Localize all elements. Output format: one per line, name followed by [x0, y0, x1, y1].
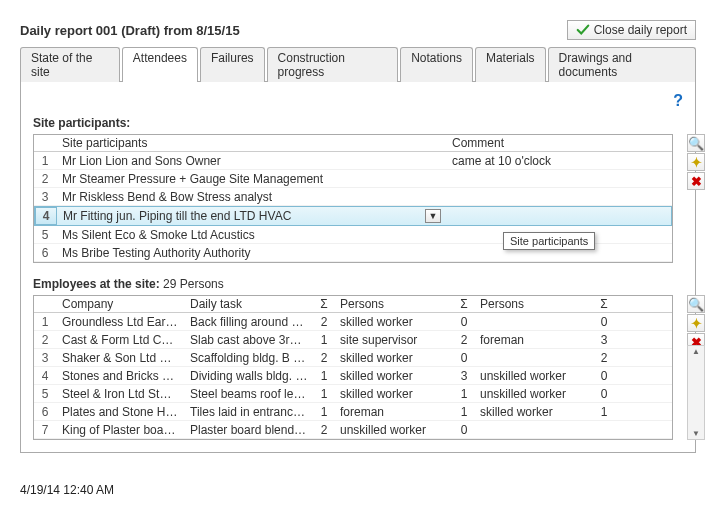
participant-row[interactable]: 1 Mr Lion Lion and Sons Owner came at 10…	[34, 152, 672, 170]
checkmark-icon	[576, 23, 590, 37]
zoom-icon[interactable]: 🔍	[687, 295, 705, 313]
tab-drawings[interactable]: Drawings and documents	[548, 47, 696, 82]
delete-icon[interactable]: ✖	[687, 172, 705, 190]
employee-row[interactable]: 1Groundless Ltd Eart…Back filling around…	[34, 313, 672, 331]
employees-grid: Company Daily task Σ Persons Σ Persons Σ…	[33, 295, 673, 440]
col-sigma[interactable]: Σ	[314, 296, 334, 312]
tooltip: Site participants	[503, 232, 595, 250]
add-icon[interactable]: ✦	[687, 153, 705, 171]
col-persons[interactable]: Persons	[334, 296, 454, 312]
col-task[interactable]: Daily task	[184, 296, 314, 312]
col-participant[interactable]: Site participants	[56, 135, 446, 151]
employee-row[interactable]: 4Stones and Bricks Lt…Dividing walls bld…	[34, 367, 672, 385]
employee-row[interactable]: 5Steel & Iron Ltd Stee…Steel beams roof …	[34, 385, 672, 403]
participant-row-selected[interactable]: 4 Mr Fitting jun. Piping till the end LT…	[34, 206, 672, 226]
tab-failures[interactable]: Failures	[200, 47, 265, 82]
col-comment[interactable]: Comment	[446, 135, 672, 151]
help-icon[interactable]: ?	[33, 92, 683, 110]
col-sigma2[interactable]: Σ	[454, 296, 474, 312]
col-rownum	[34, 142, 56, 144]
employees-label: Employees at the site: 29 Persons	[33, 277, 683, 291]
employee-row[interactable]: 2Cast & Form Ltd Co…Slab cast above 3rd …	[34, 331, 672, 349]
tab-state[interactable]: State of the site	[20, 47, 120, 82]
zoom-icon[interactable]: 🔍	[687, 134, 705, 152]
tab-progress[interactable]: Construction progress	[267, 47, 399, 82]
status-time: 4/19/14 12:40 AM	[20, 483, 696, 497]
col-persons2[interactable]: Persons	[474, 296, 594, 312]
participant-row[interactable]: 2 Mr Steamer Pressure + Gauge Site Manag…	[34, 170, 672, 188]
col-company[interactable]: Company	[56, 296, 184, 312]
attendees-panel: ? Site participants: Site participants C…	[20, 82, 696, 453]
participant-dropdown[interactable]: ▼	[425, 209, 441, 223]
page-title: Daily report 001 (Draft) from 8/15/15	[20, 23, 240, 38]
add-icon[interactable]: ✦	[687, 314, 705, 332]
close-button-label: Close daily report	[594, 23, 687, 37]
tab-materials[interactable]: Materials	[475, 47, 546, 82]
tab-notations[interactable]: Notations	[400, 47, 473, 82]
close-daily-report-button[interactable]: Close daily report	[567, 20, 696, 40]
employee-row[interactable]: 6Plates and Stone He…Tiles laid in entra…	[34, 403, 672, 421]
participants-label: Site participants:	[33, 116, 683, 130]
participant-row[interactable]: 3 Mr Riskless Bend & Bow Stress analyst	[34, 188, 672, 206]
col-sigma3[interactable]: Σ	[594, 296, 614, 312]
scrollbar[interactable]	[687, 345, 705, 440]
tab-attendees[interactable]: Attendees	[122, 47, 198, 82]
employee-row[interactable]: 7King of Plaster board…Plaster board ble…	[34, 421, 672, 439]
employee-row[interactable]: 3Shaker & Son Ltd Sc…Scaffolding bldg. B…	[34, 349, 672, 367]
tab-bar: State of the site Attendees Failures Con…	[20, 46, 696, 82]
